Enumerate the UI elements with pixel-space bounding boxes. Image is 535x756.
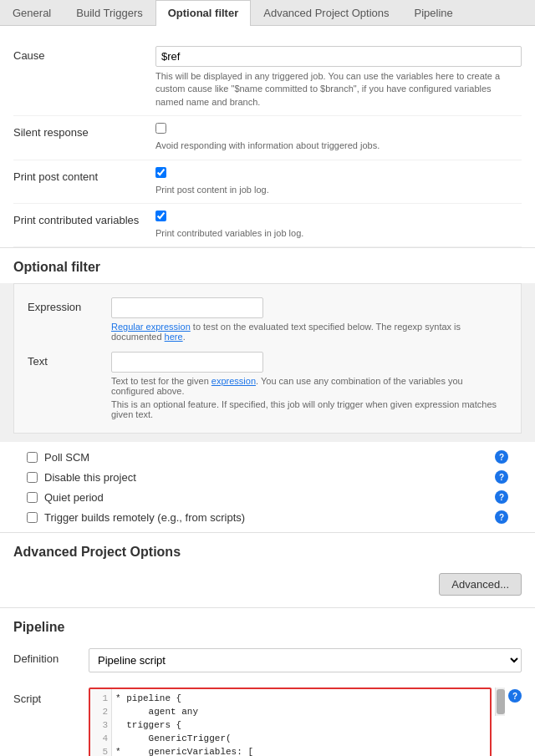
print-contributed-label: Print contributed variables [13,211,155,226]
text-hint2: This is an optional feature. If specifie… [111,399,507,419]
tab-general[interactable]: General [0,0,64,25]
print-post-content-control: Print post content in job log. [155,167,522,196]
text-hint1: Text to test for the given expression. Y… [111,376,507,396]
checkboxes-section: Poll SCM ? Disable this project ? Quiet … [0,442,535,532]
optional-filter-heading: Optional filter [0,247,535,283]
silent-response-label: Silent response [13,123,155,139]
tab-optional-filter[interactable]: Optional filter [155,0,252,26]
disable-project-checkbox[interactable] [27,472,38,483]
advanced-project-heading: Advanced Project Options [0,532,535,568]
print-post-content-label: Print post content [13,167,155,183]
disable-project-label: Disable this project [44,471,136,484]
definition-select-wrap: Pipeline scriptPipeline script from SCM [89,648,522,672]
definition-row: Definition Pipeline scriptPipeline scrip… [13,643,522,677]
script-help-icon[interactable]: ? [508,689,522,703]
trigger-remotely-help[interactable]: ? [495,510,508,524]
text-input[interactable] [111,352,263,373]
silent-response-hint: Avoid responding with information about … [155,140,522,152]
cause-input[interactable] [155,46,522,67]
print-contributed-control: Print contributed variables in job log. [155,211,522,240]
poll-scm-checkbox[interactable] [27,452,38,463]
tab-bar: General Build Triggers Optional filter A… [0,0,535,26]
expression-row: Expression Regular expression to test on… [28,292,507,347]
cause-row: Cause This will be displayed in any trig… [13,39,522,116]
script-row: Script 12345 678910 1112131415 1617 * pi… [13,682,522,756]
quiet-period-checkbox[interactable] [27,492,38,503]
quiet-period-row: Quiet period ? [13,487,522,507]
line-numbers: 12345 678910 1112131415 1617 [90,689,112,756]
code-content[interactable]: * pipeline { agent any triggers { Generi… [112,689,490,756]
silent-response-row: Silent response Avoid responding with in… [13,116,522,160]
expression-here-link[interactable]: here [165,332,183,342]
optional-filter-form: Expression Regular expression to test on… [13,283,522,434]
silent-response-checkbox[interactable] [155,123,166,134]
silent-response-control: Avoid responding with information about … [155,123,522,152]
pipeline-heading: Pipeline [13,620,522,635]
scrollbar-thumb [497,689,505,714]
definition-label: Definition [13,648,89,665]
expression-input[interactable] [111,297,263,318]
advanced-btn-row: Advanced... [0,568,535,607]
poll-scm-help[interactable]: ? [495,450,508,464]
scrollbar-vertical[interactable] [495,688,505,716]
print-contributed-checkbox[interactable] [155,211,166,221]
disable-project-help[interactable]: ? [495,470,508,484]
tab-pipeline[interactable]: Pipeline [402,0,466,25]
text-label: Text [28,352,111,368]
poll-scm-row: Poll SCM ? [13,447,522,467]
print-post-content-hint: Print post content in job log. [155,184,522,196]
trigger-remotely-checkbox[interactable] [27,512,38,523]
pipeline-section: Pipeline Definition Pipeline scriptPipel… [0,607,535,756]
code-lines: 12345 678910 1112131415 1617 * pipeline … [90,689,490,756]
script-label: Script [13,688,89,705]
cause-label: Cause [13,46,155,62]
cause-control: This will be displayed in any triggered … [155,46,522,109]
tab-advanced-project-options[interactable]: Advanced Project Options [251,0,401,25]
poll-scm-label: Poll SCM [44,451,89,464]
definition-select[interactable]: Pipeline scriptPipeline script from SCM [89,648,522,672]
text-row: Text Text to test for the given expressi… [28,347,507,424]
print-post-content-checkbox[interactable] [155,167,166,178]
advanced-button[interactable]: Advanced... [439,573,522,596]
expression-hint: Regular expression to test on the evalua… [111,322,507,342]
print-post-content-row: Print post content Print post content in… [13,160,522,204]
expression-link[interactable]: expression [211,376,256,386]
trigger-remotely-row: Trigger builds remotely (e.g., from scri… [13,507,522,527]
print-contributed-hint: Print contributed variables in job log. [155,227,522,240]
print-contributed-row: Print contributed variables Print contri… [13,204,522,247]
trigger-remotely-label: Trigger builds remotely (e.g., from scri… [44,511,245,524]
expression-label: Expression [28,297,111,313]
code-editor-area: 12345 678910 1112131415 1617 * pipeline … [89,688,492,756]
tab-build-triggers[interactable]: Build Triggers [64,0,155,25]
quiet-period-help[interactable]: ? [495,490,508,504]
expression-hint-link[interactable]: Regular expression [111,322,191,332]
form-content: Cause This will be displayed in any trig… [0,26,535,247]
disable-project-row: Disable this project ? [13,467,522,487]
quiet-period-label: Quiet period [44,491,104,504]
cause-hint: This will be displayed in any triggered … [155,70,522,109]
